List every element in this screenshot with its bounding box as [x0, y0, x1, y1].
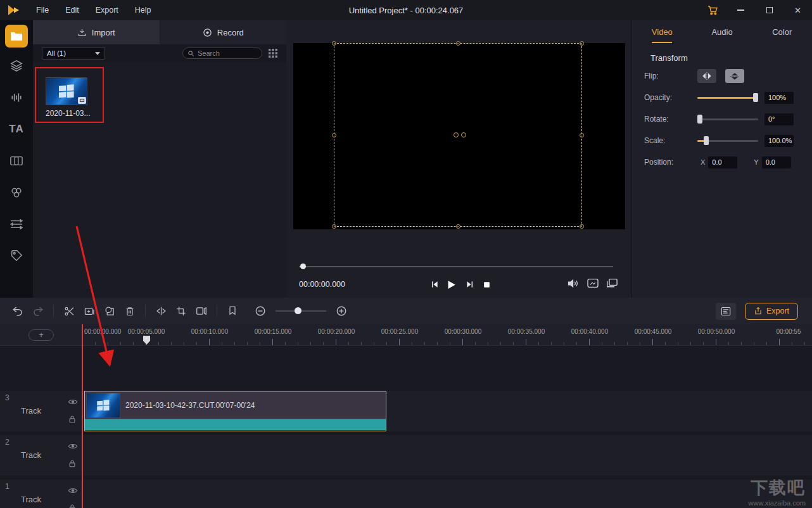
preview-seekbar[interactable] [299, 266, 613, 267]
close-button[interactable]: ✕ [783, 0, 812, 20]
app-logo-icon [0, 0, 28, 20]
position-row: Position: X 0.0 Y 0.0 [632, 151, 812, 173]
tab-record[interactable]: Record [160, 20, 287, 44]
freeze-frame-button[interactable] [191, 302, 212, 321]
scale-slider[interactable] [697, 140, 758, 142]
add-track-button[interactable]: + [29, 329, 54, 341]
volume-icon[interactable] [567, 278, 579, 289]
track-row-3[interactable]: 3 Track 2020-11-03-10-42-37.CUT.00'07- [0, 391, 812, 431]
track-visibility-eye-icon[interactable] [68, 398, 78, 405]
stop-button[interactable] [478, 276, 495, 293]
store-cart-icon[interactable] [699, 0, 726, 20]
delete-button[interactable] [120, 302, 140, 321]
track-visibility-eye-icon[interactable] [68, 443, 78, 450]
media-filter-dropdown[interactable]: All (1) [42, 47, 105, 60]
tab-video[interactable]: Video [632, 20, 692, 46]
opacity-value[interactable]: 100% [764, 92, 794, 104]
track-visibility-eye-icon[interactable] [68, 487, 78, 494]
chevron-down-icon [95, 52, 100, 55]
playhead[interactable] [82, 324, 83, 508]
duplicate-button[interactable] [99, 302, 120, 321]
ruler-label: 00:00:30.000 [445, 328, 481, 335]
next-frame-button[interactable] [462, 276, 478, 293]
timeline-clip[interactable]: 2020-11-03-10-42-37.CUT.00'07-00'24 [84, 391, 386, 431]
dual-screen-icon[interactable] [606, 278, 618, 289]
menu-help[interactable]: Help [127, 0, 160, 20]
seek-handle[interactable] [300, 264, 306, 269]
minimize-button[interactable] [726, 0, 755, 20]
previous-frame-button[interactable] [426, 276, 443, 293]
handle-mid-left[interactable] [332, 133, 336, 137]
zoom-slider-handle[interactable] [295, 307, 301, 314]
trim-left-button[interactable] [151, 302, 171, 321]
menu-edit[interactable]: Edit [57, 0, 87, 20]
maximize-button[interactable] [755, 0, 783, 20]
scale-label: Scale: [644, 136, 697, 145]
tab-record-label: Record [217, 28, 244, 37]
sidebar-item-text[interactable]: TA [0, 113, 33, 145]
zoom-in-button[interactable] [331, 302, 352, 321]
timeline-tracks: 3 Track 2020-11-03-10-42-37.CUT.00'07- [0, 346, 812, 508]
render-queue-button[interactable] [716, 303, 736, 320]
track-label: Track [21, 406, 41, 416]
grid-view-icon[interactable] [269, 49, 277, 58]
track-lock-icon[interactable] [68, 459, 76, 467]
handle-top-left[interactable] [332, 41, 336, 46]
export-button-label: Export [766, 307, 789, 315]
timeline-ruler[interactable]: + 00:00:00.000 00:00:05.000 00:00:10.000… [0, 324, 812, 346]
marker-button[interactable] [222, 302, 243, 321]
handle-top-right[interactable] [580, 41, 584, 46]
selection-rect[interactable] [334, 43, 582, 227]
menu-file[interactable]: File [28, 0, 57, 20]
play-button[interactable] [443, 276, 459, 293]
sidebar-item-audio[interactable] [0, 82, 33, 113]
handle-bottom-left[interactable] [332, 224, 336, 229]
handle-top-center[interactable] [456, 41, 460, 46]
media-item[interactable]: 2020-11-03... [46, 77, 90, 118]
rotate-slider[interactable] [697, 118, 758, 120]
anchor-point-icon[interactable] [454, 132, 466, 137]
position-x-value[interactable]: 0.0 [708, 156, 737, 168]
tab-audio[interactable]: Audio [692, 20, 752, 46]
opacity-slider[interactable] [697, 97, 758, 99]
aspect-ratio-icon[interactable] [587, 278, 599, 288]
track-row-2[interactable]: 2 Track [0, 435, 812, 476]
track-row-1[interactable]: 1 Track [0, 479, 812, 508]
redo-button[interactable] [28, 302, 48, 321]
flip-horizontal-button[interactable] [697, 69, 716, 83]
scale-value[interactable]: 100.0% [764, 135, 794, 147]
crop-button[interactable] [171, 302, 191, 321]
rotate-row: Rotate: 0° [632, 108, 812, 130]
track-head-3: 3 Track [0, 391, 82, 431]
position-y-value[interactable]: 0.0 [762, 156, 791, 168]
menu-export[interactable]: Export [87, 0, 127, 20]
timeline-zoom-slider[interactable] [276, 310, 326, 312]
tab-import[interactable]: Import [33, 20, 160, 44]
track-lock-icon[interactable] [68, 504, 76, 508]
handle-mid-right[interactable] [580, 133, 584, 137]
undo-button[interactable] [8, 302, 28, 321]
search-box[interactable] [182, 48, 262, 59]
search-input[interactable] [198, 49, 257, 57]
export-button[interactable]: Export [745, 303, 798, 320]
sidebar-item-filters[interactable] [0, 208, 33, 240]
ruler-label: 00:00:10.000 [191, 328, 228, 335]
tab-color[interactable]: Color [752, 20, 812, 46]
track-lock-icon[interactable] [68, 415, 76, 423]
clip-label: 2020-11-03-10-42-37.CUT.00'07-00'24 [125, 401, 255, 410]
handle-bottom-right[interactable] [580, 224, 584, 229]
preview-canvas[interactable] [293, 43, 625, 229]
add-to-timeline-button[interactable] [79, 302, 99, 321]
handle-bottom-center[interactable] [456, 224, 460, 229]
sidebar-item-transitions[interactable] [0, 145, 33, 177]
zoom-out-button[interactable] [250, 302, 270, 321]
sidebar-item-media[interactable] [5, 25, 28, 48]
sidebar-item-elements[interactable] [0, 50, 33, 82]
sidebar-item-stickers[interactable] [0, 240, 33, 272]
rotate-value[interactable]: 0° [764, 113, 794, 125]
media-item-label: 2020-11-03... [46, 109, 90, 118]
sidebar-item-overlays[interactable] [0, 177, 33, 208]
flip-vertical-button[interactable] [725, 69, 744, 83]
ruler-label: 00:00:55 [777, 328, 801, 335]
split-scissors-button[interactable] [59, 302, 79, 321]
